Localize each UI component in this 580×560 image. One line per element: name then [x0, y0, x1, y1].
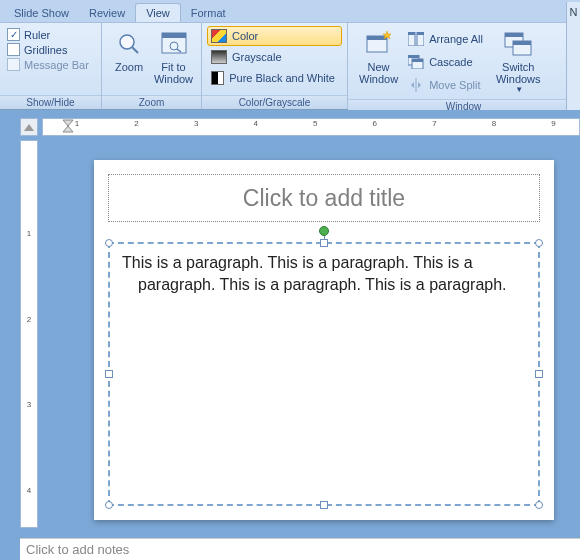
- resize-handle-e[interactable]: [535, 370, 543, 378]
- group-show-hide: ✓ Ruler Gridlines Message Bar Show/Hide: [0, 23, 102, 109]
- horizontal-ruler[interactable]: 123456789: [42, 118, 580, 136]
- fit-to-window-button[interactable]: Fit to Window: [151, 26, 196, 87]
- svg-marker-23: [63, 120, 73, 126]
- resize-handle-ne[interactable]: [535, 239, 543, 247]
- group-zoom: Zoom Fit to Window Zoom: [102, 23, 202, 109]
- arrange-all-button[interactable]: Arrange All: [404, 28, 490, 50]
- svg-marker-24: [63, 126, 73, 132]
- new-window-label: New Window: [359, 61, 398, 85]
- grayscale-label: Grayscale: [232, 51, 282, 63]
- zoom-label: Zoom: [115, 61, 143, 73]
- switch-label: Switch Windows: [496, 61, 541, 85]
- zoom-button[interactable]: Zoom: [107, 26, 151, 75]
- notes-placeholder: Click to add notes: [26, 542, 129, 557]
- ruler-label: Ruler: [24, 29, 50, 41]
- color-swatch-icon: [211, 29, 227, 43]
- pure-bw-button[interactable]: Pure Black and White: [207, 68, 342, 88]
- bw-swatch-icon: [211, 71, 224, 85]
- title-placeholder[interactable]: Click to add title: [108, 174, 540, 222]
- switch-windows-button[interactable]: Switch Windows ▼: [490, 26, 547, 96]
- group-label-zoom: Zoom: [102, 95, 201, 109]
- resize-handle-n[interactable]: [320, 239, 328, 247]
- svg-rect-14: [408, 55, 419, 58]
- move-split-icon: [408, 77, 424, 93]
- resize-handle-s[interactable]: [320, 501, 328, 509]
- resize-handle-sw[interactable]: [105, 501, 113, 509]
- tab-slide-show[interactable]: Slide Show: [4, 4, 79, 22]
- cascade-icon: [408, 54, 424, 70]
- messagebar-label: Message Bar: [24, 59, 89, 71]
- new-window-icon: [363, 28, 395, 60]
- magnifier-icon: [113, 28, 145, 60]
- tab-view[interactable]: View: [135, 3, 181, 22]
- cascade-button[interactable]: Cascade: [404, 51, 490, 73]
- slide-canvas[interactable]: Click to add title This is a paragraph. …: [94, 160, 554, 520]
- move-split-label: Move Split: [429, 79, 480, 91]
- grayscale-button[interactable]: Grayscale: [207, 47, 342, 67]
- ruler-corner: [20, 118, 38, 136]
- color-label: Color: [232, 30, 258, 42]
- group-label-show-hide: Show/Hide: [0, 95, 101, 109]
- gridlines-label: Gridlines: [24, 44, 67, 56]
- svg-line-1: [132, 47, 138, 53]
- group-label-colorgray: Color/Grayscale: [202, 95, 347, 109]
- svg-rect-3: [162, 33, 186, 38]
- slide-workarea: 123456789 1234 Click to add title This i…: [0, 110, 580, 560]
- vertical-ruler[interactable]: 1234: [20, 140, 38, 528]
- check-icon: [7, 58, 20, 71]
- body-text: This is a paragraph. This is a paragraph…: [122, 252, 526, 295]
- rotation-handle[interactable]: [319, 226, 329, 236]
- move-split-button[interactable]: Move Split: [404, 74, 490, 96]
- switch-windows-icon: [502, 28, 534, 60]
- checkbox-gridlines[interactable]: Gridlines: [7, 43, 89, 56]
- svg-rect-12: [417, 32, 424, 35]
- resize-handle-w[interactable]: [105, 370, 113, 378]
- content-placeholder[interactable]: This is a paragraph. This is a paragraph…: [108, 242, 540, 506]
- resize-handle-se[interactable]: [535, 501, 543, 509]
- arrange-icon: [408, 31, 424, 47]
- purebw-label: Pure Black and White: [229, 72, 335, 84]
- svg-rect-11: [408, 32, 415, 35]
- ribbon: ✓ Ruler Gridlines Message Bar Show/Hide: [0, 22, 580, 110]
- checkbox-ruler[interactable]: ✓ Ruler: [7, 28, 89, 41]
- notes-pane[interactable]: Click to add notes: [20, 538, 580, 560]
- svg-rect-7: [367, 36, 387, 40]
- check-icon: ✓: [7, 28, 20, 41]
- resize-handle-nw[interactable]: [105, 239, 113, 247]
- tab-review[interactable]: Review: [79, 4, 135, 22]
- new-window-button[interactable]: New Window: [353, 26, 404, 87]
- svg-point-0: [120, 35, 134, 49]
- arrange-label: Arrange All: [429, 33, 483, 45]
- svg-marker-22: [24, 124, 34, 131]
- group-window: New Window Arrange All Cascade Move Spli…: [348, 23, 580, 109]
- svg-rect-16: [412, 59, 423, 62]
- cascade-label: Cascade: [429, 56, 472, 68]
- checkbox-message-bar[interactable]: Message Bar: [7, 58, 89, 71]
- ribbon-tabs: Slide Show Review View Format: [0, 0, 580, 22]
- svg-rect-21: [513, 41, 531, 45]
- fit-window-icon: [158, 28, 190, 60]
- fit-label: Fit to Window: [154, 61, 193, 85]
- group-color-grayscale: Color Grayscale Pure Black and White Col…: [202, 23, 348, 109]
- tab-format[interactable]: Format: [181, 4, 236, 22]
- title-text: Click to add title: [243, 185, 405, 212]
- svg-rect-19: [505, 33, 523, 37]
- check-icon: [7, 43, 20, 56]
- color-button[interactable]: Color: [207, 26, 342, 46]
- indent-marker-icon[interactable]: [62, 119, 74, 135]
- grayscale-swatch-icon: [211, 50, 227, 64]
- chevron-down-icon: ▼: [515, 85, 523, 94]
